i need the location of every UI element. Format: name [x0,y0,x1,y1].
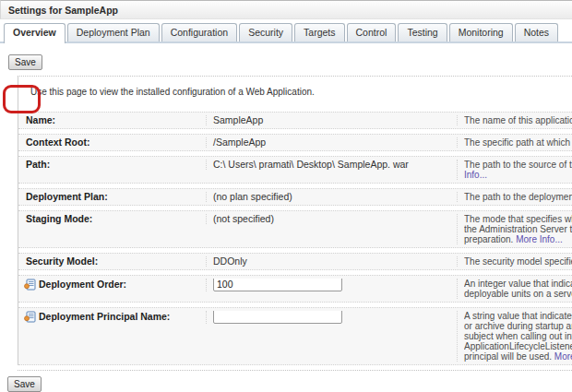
description-text: deployable units on a server, [464,289,572,299]
footer: Save [0,371,572,392]
row-label-text: Name: [26,115,55,125]
more-info-link[interactable]: More [554,351,572,362]
row-label: Staging Mode: [18,214,206,224]
row-label-text: Security Model: [26,256,98,267]
row-label-text: Deployment Plan: [26,192,108,202]
description-line: The path to the source of the [464,160,572,170]
row-value [206,279,457,291]
row-description: The path to the deployment p [457,192,572,202]
description-text: The path to the deployment p [464,192,572,202]
row-label: Path: [18,160,206,170]
row-value: DDOnly [206,256,457,267]
more-info-link[interactable]: More Info... [516,234,563,244]
content-panel: Use this page to view the installed conf… [18,77,572,365]
tab-deployment-plan[interactable]: Deployment Plan [67,23,160,42]
description-line: The name of this application [464,115,572,125]
row-description: The path to the source of theInfo... [457,160,572,180]
description-line: A string value that indicates w [464,311,572,321]
tab-targets[interactable]: Targets [294,23,344,42]
row-label-text: Staging Mode: [26,214,92,224]
description-text: The security model specifies h [464,256,572,267]
more-info-link[interactable]: Info... [464,170,487,180]
row-label-text: Deployment Principal Name: [39,311,170,322]
row-value [206,311,457,324]
table-row: Deployment Order:An integer value that i… [18,275,572,303]
row-value: SampleApp [206,115,457,125]
tab-control[interactable]: Control [347,23,397,42]
table-row: Name:SampleAppThe name of this applicati… [18,112,572,129]
row-description: An integer value that indicatedeployable… [457,279,572,299]
row-label-text: Deployment Order: [39,279,126,290]
tab-overview[interactable]: Overview [4,23,66,43]
tab-notes[interactable]: Notes [515,23,558,42]
row-value-text: (not specified) [213,214,274,224]
description-line: preparation. More Info... [464,234,572,244]
description-text: or archive during startup and [464,321,572,331]
tab-security[interactable]: Security [239,23,292,42]
description-text: subject when calling out into [464,331,572,341]
description-line: The mode that specifies whet [464,214,572,224]
row-label: Deployment Order: [18,279,206,292]
row-label: Deployment Plan: [18,192,206,202]
row-label: Deployment Principal Name: [18,311,206,325]
description-text: principal will be used. [464,351,554,362]
deployment-principal-name-input[interactable] [213,311,342,324]
row-label: Security Model: [18,256,206,267]
dynamic-attribute-icon [24,311,36,325]
intro-text: Use this page to view the installed conf… [18,77,572,97]
description-line: subject when calling out into [464,331,572,341]
description-text: The specific path at which thi [464,137,572,148]
description-line: deployable units on a server, [464,289,572,299]
row-value-text: (no plan specified) [213,192,292,202]
page-title: Settings for SampleApp [0,0,572,19]
toolbar: Save [0,43,572,76]
row-value-text: SampleApp [213,115,263,125]
description-line: ApplicationLifecycleListener. I [464,341,572,351]
description-line: An integer value that indicate [464,279,572,289]
row-value: (no plan specified) [206,192,457,202]
table-row: Context Root:/SampleAppThe specific path… [18,134,572,151]
description-line: principal will be used. More [464,351,572,362]
description-line: or archive during startup and [464,321,572,331]
row-label: Context Root: [18,137,206,148]
description-text: The path to the source of the [464,160,572,170]
row-value: /SampleApp [206,137,457,148]
settings-table: Name:SampleAppThe name of this applicati… [18,112,572,365]
table-row: Staging Mode:(not specified)The mode tha… [18,210,572,248]
row-value-text: DDOnly [213,256,247,267]
description-text: preparation. [464,234,516,244]
description-line: The path to the deployment p [464,192,572,202]
description-text: ApplicationLifecycleListener. I [464,341,572,351]
save-button-bottom[interactable]: Save [7,376,42,392]
description-text: A string value that indicates w [464,311,572,321]
row-description: The mode that specifies whetthe Administ… [457,214,572,244]
row-value-text: /SampleApp [213,137,266,148]
description-line: the Administration Server to t [464,224,572,234]
row-description: A string value that indicates wor archiv… [457,311,572,362]
tab-monitoring[interactable]: Monitoring [449,23,513,42]
save-button-top[interactable]: Save [8,54,42,70]
table-row: Path:C:\ Users\ pramati\ Desktop\ Sample… [18,156,572,184]
description-text: The name of this application [464,115,572,125]
tab-testing[interactable]: Testing [398,23,447,42]
dynamic-attribute-icon [24,279,36,292]
description-text: An integer value that indicate [464,279,572,289]
row-description: The name of this application [457,115,572,125]
table-row: Deployment Plan:(no plan specified)The p… [18,188,572,206]
row-label-text: Path: [26,160,50,170]
deployment-order-input[interactable] [213,279,342,291]
row-description: The security model specifies h [457,256,572,267]
description-text: The mode that specifies whet [464,214,572,224]
description-line: The specific path at which thi [464,137,572,148]
row-value: C:\ Users\ pramati\ Desktop\ SampleApp. … [206,160,457,170]
table-row: Security Model:DDOnlyThe security model … [18,253,572,270]
row-description: The specific path at which thi [457,137,572,148]
row-value-text: C:\ Users\ pramati\ Desktop\ SampleApp. … [213,160,409,170]
tab-strip: OverviewDeployment PlanConfigurationSecu… [0,23,572,43]
row-label-text: Context Root: [26,137,89,148]
row-label: Name: [18,115,206,125]
tab-configuration[interactable]: Configuration [161,23,237,42]
description-text: the Administration Server to t [464,224,572,234]
description-line: The security model specifies h [464,256,572,267]
row-value: (not specified) [206,214,457,224]
